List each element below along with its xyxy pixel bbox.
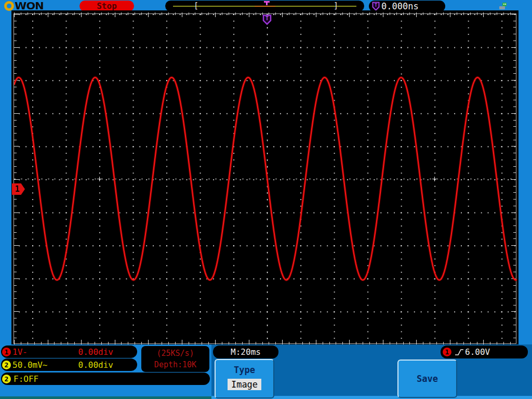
memory-depth: Depth:10K [154,359,196,370]
svg-text:T: T [375,3,378,8]
run-state-badge: Stop [79,1,134,11]
trigger-horizontal-marker-icon: T [262,15,272,25]
timebase-value: M:20ms [231,347,261,357]
screen-window-segment [255,6,275,7]
ch2-frequency-readout: 2 F:OFF [1,373,210,385]
ch2-status-readout: 2 50.0mV~ 0.00div [1,358,137,371]
waveform-display-area: T 1 [11,10,518,344]
trigger-shield-icon: T [372,2,380,11]
owon-logo: WON [4,1,44,11]
sample-rate: (25KS/s) [156,348,194,359]
ch1-offset: 0.00div [78,347,113,357]
owon-logo-text: WON [15,1,44,11]
menu-type-label: Type [234,365,255,375]
trigger-position-marker-icon [264,1,270,5]
ch2-freq-value: F:OFF [14,374,38,384]
trigger-position-bar: [ ] [165,1,364,11]
trigger-source-badge: 1 [443,348,451,356]
usb-device-icon [498,2,508,10]
ch2-scale: 50.0mV~ [12,360,47,370]
bottom-status-bar: 1 1V- 0.00div 2 50.0mV~ 0.00div (25KS/s)… [0,344,532,399]
ch2-badge: 2 [2,361,11,369]
rising-edge-icon [455,348,464,356]
ch1-status-readout: 1 1V- 0.00div [1,345,137,358]
menu-save-label: Save [417,374,438,384]
ch2-freq-badge: 2 [2,375,11,383]
ch1-badge: 1 [2,348,11,356]
acquisition-readout: (25KS/s) Depth:10K [141,346,209,372]
menu-type-button[interactable]: Type Image [215,359,274,398]
left-panel-bottom-strip [0,396,211,399]
window-left-bracket: [ [194,1,198,11]
owon-logo-o-icon [4,1,14,11]
svg-text:T: T [265,16,269,21]
ch1-scale: 1V- [12,347,28,357]
trigger-level-readout: 1 6.00V [441,345,528,358]
trigger-time-value: 0.000ns [381,1,419,11]
graticule-grid: T [14,14,516,344]
channel1-position-label: 1 [15,184,20,194]
menu-type-selected-value[interactable]: Image [228,379,261,390]
run-state-label: Stop [97,1,117,11]
ch1-waveform-trace [14,14,517,344]
menu-save-button[interactable]: Save [397,360,457,398]
window-right-bracket: ] [334,1,338,11]
trigger-level-value: 6.00V [465,347,490,357]
timebase-readout: M:20ms [213,345,278,358]
ch2-offset: 0.00div [78,360,113,370]
top-status-bar: WON Stop [ ] T 0.000ns [0,0,532,11]
